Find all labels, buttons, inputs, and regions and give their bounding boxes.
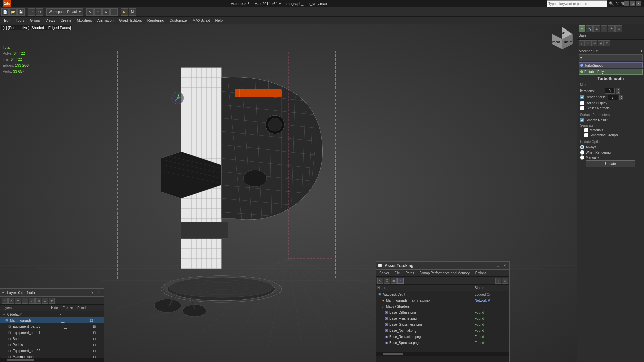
layer-row[interactable]: ◻ Base — — — — — — ⊡: [0, 336, 104, 342]
panel-tab-hierarchy[interactable]: ⊥: [593, 25, 600, 32]
asset-minimize-button[interactable]: —: [489, 263, 494, 268]
material-editor-button[interactable]: M: [129, 8, 136, 16]
menu-customize[interactable]: Customize: [167, 17, 190, 24]
workspace-dropdown[interactable]: Workspace: Default ▾: [46, 8, 83, 16]
menu-group[interactable]: Group: [27, 17, 43, 24]
save-button[interactable]: 💾: [17, 8, 25, 16]
layer-tool-add[interactable]: +: [15, 298, 21, 304]
asset-row[interactable]: ⊞ Autodesk Vault Logged On: [376, 291, 509, 297]
ts-iter-up[interactable]: ▲: [616, 88, 620, 91]
menu-views[interactable]: Views: [43, 17, 58, 24]
menu-help[interactable]: Help: [213, 17, 226, 24]
asset-menu-server[interactable]: Server: [377, 271, 391, 275]
layer-row[interactable]: ◻ Mammograph — — — — — — ⊡: [0, 354, 104, 358]
minimize-button[interactable]: —: [624, 1, 629, 6]
search-input[interactable]: [547, 0, 607, 7]
redo-button[interactable]: ↪: [36, 8, 43, 16]
asset-tool-config[interactable]: ⚙: [502, 278, 508, 284]
layer-tool-7[interactable]: ◁: [35, 298, 41, 304]
panel-tb-5[interactable]: ☐: [604, 40, 610, 46]
new-scene-button[interactable]: 📄: [1, 8, 9, 16]
close-button[interactable]: ✕: [636, 1, 641, 6]
panel-tab-motion[interactable]: ◎: [601, 25, 607, 32]
asset-row[interactable]: ▣ Base_Fresnel.png Found: [376, 315, 509, 321]
layer-tool-9[interactable]: ⊛: [49, 298, 55, 304]
asset-menu-options[interactable]: Options: [473, 271, 488, 275]
menu-modifiers[interactable]: Modifiers: [74, 17, 95, 24]
asset-row[interactable]: ▣ Base_Refraction.png Found: [376, 334, 509, 340]
panel-tab-display[interactable]: 👁: [608, 25, 615, 32]
asset-row[interactable]: ◈ Mammograph_max_vray.max Network P...: [376, 297, 509, 303]
ts-iterations-input[interactable]: [605, 88, 615, 94]
asset-row[interactable]: ▣ Base_Diffuse.png Found: [376, 309, 509, 315]
layer-row[interactable]: ≡ 0 (default) ✓ — — —: [0, 311, 104, 317]
asset-tool-3[interactable]: ⊞: [391, 278, 397, 284]
when-rendering-radio[interactable]: [580, 150, 584, 155]
panel-tab-modify[interactable]: 🔧: [586, 25, 593, 32]
navigation-cube[interactable]: TOP FRONT RIGHT: [549, 25, 576, 52]
asset-row[interactable]: ▷ Maps / Shaders: [376, 303, 509, 309]
modifier-editable-poly[interactable]: Editable Poly: [579, 69, 643, 75]
asset-row[interactable]: ▣ Base_Glossiness.png Found: [376, 321, 509, 327]
menu-graph-editors[interactable]: Graph Editors: [116, 17, 145, 24]
manually-radio[interactable]: [580, 155, 584, 160]
layer-row[interactable]: ◻ Equipment_part01 — — — — — — ⊡: [0, 329, 104, 336]
asset-menu-paths[interactable]: Paths: [404, 271, 416, 275]
menu-tools[interactable]: Tools: [13, 17, 27, 24]
asset-restore-button[interactable]: □: [495, 263, 501, 268]
layer-row[interactable]: ◻ Equipment_part03 — — — — — — ⊡: [0, 323, 104, 329]
asset-menu-bitmap[interactable]: Bitmap Performance and Memory: [417, 271, 472, 275]
menu-maxscript[interactable]: MAXScript: [190, 17, 213, 24]
ts-render-iters-input[interactable]: [608, 95, 618, 100]
asset-menu-file[interactable]: File: [392, 271, 402, 275]
select-button[interactable]: ↖: [86, 8, 94, 16]
menu-rendering[interactable]: Rendering: [145, 17, 167, 24]
maximize-button[interactable]: □: [630, 1, 635, 6]
ts-riter-up[interactable]: ▲: [619, 95, 623, 97]
update-button[interactable]: Update: [586, 160, 635, 167]
layer-row[interactable]: ◻ Equipment_part02 — — — — — — ⊡: [0, 348, 104, 354]
expand-icon[interactable]: ⊞: [621, 1, 624, 6]
layer-row[interactable]: ◻ Pedals — — — — — — ⊡: [0, 342, 104, 348]
render-button[interactable]: ▶: [121, 8, 128, 16]
layer-row[interactable]: ⊟ Mammograph — — — — — — ☐: [0, 317, 104, 323]
asset-tool-1[interactable]: ↻: [377, 278, 383, 284]
undo-button[interactable]: ↩: [28, 8, 35, 16]
panel-tb-2[interactable]: ⊢: [585, 40, 591, 46]
layer-tool-6[interactable]: ▷: [29, 298, 35, 304]
search-icon[interactable]: 🔍: [609, 1, 614, 6]
panel-tb-3[interactable]: ⊣: [591, 40, 597, 46]
asset-row[interactable]: ▣ Base_Specular.png Found: [376, 340, 509, 346]
layer-close-button[interactable]: ✕: [96, 290, 102, 295]
panel-tab-create[interactable]: ✦: [579, 25, 585, 32]
rotate-button[interactable]: ↻: [102, 8, 110, 16]
asset-close-button[interactable]: ✕: [502, 263, 507, 268]
ts-iter-down[interactable]: ▼: [616, 91, 620, 94]
always-radio[interactable]: [580, 145, 584, 149]
menu-edit[interactable]: Edit: [1, 17, 13, 24]
panel-tb-4[interactable]: ⊞: [598, 40, 604, 46]
asset-scrollbar-horizontal[interactable]: [376, 352, 509, 356]
menu-animation[interactable]: Animation: [95, 17, 116, 24]
explicit-normals-checkbox[interactable]: [580, 106, 584, 110]
scale-button[interactable]: ⊞: [110, 8, 118, 16]
render-iters-checkbox[interactable]: [580, 95, 584, 99]
asset-row[interactable]: ▣ Base_Normal.png Found: [376, 327, 509, 334]
asset-tool-4[interactable]: ≡: [397, 278, 404, 284]
menu-create[interactable]: Create: [58, 17, 74, 24]
layer-help-button[interactable]: ?: [90, 290, 95, 295]
asset-tool-2[interactable]: ☐: [384, 278, 390, 284]
ts-riter-down[interactable]: ▼: [619, 97, 623, 100]
smooth-result-checkbox[interactable]: [580, 118, 584, 122]
modifier-list-dropdown[interactable]: ▾: [579, 54, 643, 61]
panel-tab-utilities[interactable]: ⚙: [615, 25, 622, 32]
layer-tool-delete[interactable]: ✕: [8, 298, 14, 304]
help-icon[interactable]: ?: [616, 1, 619, 6]
viewport[interactable]: [+] [Perspective] [Shaded + Edged Faces]…: [0, 24, 577, 362]
layer-tool-5[interactable]: ◻: [22, 298, 28, 304]
smoothing-groups-checkbox[interactable]: [584, 133, 588, 137]
open-button[interactable]: 📂: [9, 8, 17, 16]
isoline-checkbox[interactable]: [580, 101, 584, 105]
layer-scrollbar[interactable]: [0, 358, 104, 362]
layer-tool-1[interactable]: ≡: [2, 298, 8, 304]
